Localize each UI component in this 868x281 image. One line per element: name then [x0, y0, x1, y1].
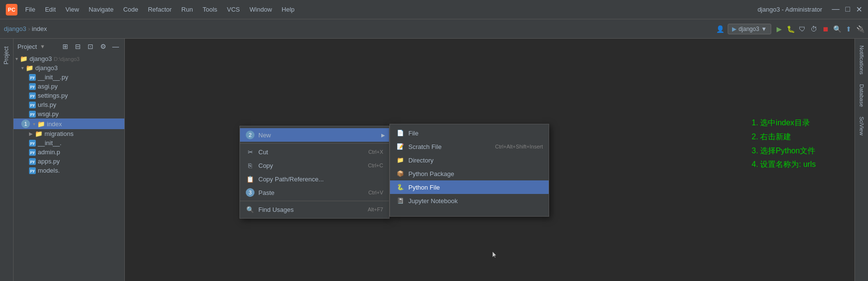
project-tree: ▾ 📁 django3 D:\django3 ▾ 📁 django3 py__i…	[14, 54, 124, 281]
ctx-find-usages-label: Find Usages	[258, 206, 358, 213]
sub-python-file-label: Python File	[408, 184, 543, 191]
tree-index-folder[interactable]: 1 ▾ 📁 index	[14, 118, 124, 129]
ctx-cut[interactable]: ✂ Cut Ctrl+X	[240, 145, 389, 159]
tree-root[interactable]: ▾ 📁 django3 D:\django3	[14, 54, 124, 63]
search-button[interactable]: 🔍	[833, 25, 841, 33]
tree-wsgi-py[interactable]: pywsgi.py	[14, 109, 124, 118]
tree-models-py[interactable]: pymodels.	[14, 166, 124, 175]
toolbar: django3 › index 👤 ▶ django3 ▼ ▶ 🐛 🛡 ⏱ ⏹ …	[0, 19, 868, 39]
ctx-find-usages[interactable]: 🔍 Find Usages Alt+F7	[240, 203, 389, 216]
plugin-button[interactable]: 🔌	[856, 25, 864, 33]
tree-settings-py[interactable]: pysettings.py	[14, 91, 124, 100]
editor-area[interactable]: 1. 选中index目录 2. 右击新建 3. 选择Python文件 4. 设置…	[125, 39, 854, 281]
update-button[interactable]: ⬆	[845, 25, 853, 33]
project-panel: Project ▼ ⊞ ⊟ ⊡ ⚙ — ▾ 📁 django3 D:\djang…	[14, 39, 125, 281]
settings-icon[interactable]: ⚙	[98, 42, 108, 51]
ctx-find-usages-shortcut: Alt+F7	[368, 207, 383, 212]
database-tab[interactable]: Database	[857, 81, 867, 110]
close-button[interactable]: ✕	[856, 5, 862, 14]
menu-run[interactable]: Run	[178, 4, 197, 15]
menu-help[interactable]: Help	[278, 4, 299, 15]
ctx-paste-shortcut: Ctrl+V	[368, 190, 383, 195]
ctx-sep-2	[240, 201, 389, 201]
ctx-copy-path[interactable]: 📋 Copy Path/Reference...	[240, 172, 389, 186]
window-title: django3 - Administrator	[758, 6, 823, 13]
sub-python-package[interactable]: 📦 Python Package	[390, 167, 549, 180]
minimize-button[interactable]: —	[832, 5, 839, 14]
sub-file[interactable]: 📄 File	[390, 126, 549, 140]
copy-icon: ⎘	[246, 161, 254, 170]
tree-init-py[interactable]: py__init__.py	[14, 73, 124, 82]
project-tab-label[interactable]: Project	[0, 43, 13, 68]
coverage-button[interactable]: 🛡	[798, 25, 806, 33]
instructions-text: 1. 选中index目录 2. 右击新建 3. 选择Python文件 4. 设置…	[752, 116, 816, 172]
badge-1: 1	[21, 119, 30, 128]
panel-dropdown-icon[interactable]: ▼	[40, 44, 45, 49]
collapse-all-icon[interactable]: ⊟	[73, 42, 83, 51]
user-icon[interactable]: 👤	[716, 25, 724, 33]
sub-directory[interactable]: 📁 Directory	[390, 153, 549, 167]
jupyter-notebook-icon: 📓	[396, 196, 404, 205]
sub-python-file[interactable]: 🐍 Python File	[390, 180, 549, 194]
menu-refactor[interactable]: Refactor	[144, 4, 176, 15]
tree-asgi-py[interactable]: pyasgi.py	[14, 82, 124, 91]
ctx-copy-shortcut: Ctrl+C	[368, 163, 383, 168]
ctx-paste[interactable]: 3 Paste Ctrl+V	[240, 186, 389, 199]
breadcrumb: django3 › index	[4, 25, 47, 32]
ctx-new[interactable]: 2 New	[240, 128, 389, 142]
directory-icon: 📁	[396, 156, 404, 164]
panel-header: Project ▼ ⊞ ⊟ ⊡ ⚙ —	[14, 39, 124, 54]
sub-python-package-label: Python Package	[408, 170, 543, 177]
sub-scratch-shortcut: Ctrl+Alt+Shift+Insert	[495, 144, 543, 149]
app-icon: PC	[6, 4, 17, 15]
run-button[interactable]: ▶	[775, 25, 783, 33]
ctx-copy[interactable]: ⎘ Copy Ctrl+C	[240, 159, 389, 172]
file-icon: 📄	[396, 129, 404, 137]
sub-directory-label: Directory	[408, 157, 543, 164]
notifications-tab[interactable]: Notifications	[857, 43, 867, 77]
ctx-number-2: 2	[246, 131, 254, 139]
debug-button[interactable]: 🐛	[787, 25, 794, 33]
ctx-copy-path-label: Copy Path/Reference...	[258, 176, 383, 183]
menu-navigate[interactable]: Navigate	[85, 4, 117, 15]
ctx-cut-shortcut: Ctrl+X	[368, 149, 383, 155]
main-layout: Project Project ▼ ⊞ ⊟ ⊡ ⚙ — ▾ 📁 django3 …	[0, 39, 868, 281]
stop-button[interactable]: ⏹	[822, 25, 829, 33]
context-menu-container: 2 New ✂ Cut Ctrl+X ⎘ Copy Ctrl+C 📋 Copy …	[239, 126, 549, 219]
find-usages-icon: 🔍	[246, 205, 254, 214]
title-bar: PC File Edit View Navigate Code Refactor…	[0, 0, 868, 19]
maximize-button[interactable]: □	[845, 5, 850, 14]
cut-icon: ✂	[246, 148, 254, 156]
tree-migrations-folder[interactable]: ▶ 📁 migrations	[14, 129, 124, 138]
scroll-to-icon[interactable]: ⊡	[86, 42, 95, 51]
expand-all-icon[interactable]: ⊞	[60, 42, 70, 51]
menu-bar: File Edit View Navigate Code Refactor Ru…	[21, 4, 758, 15]
sub-jupyter-notebook[interactable]: 📓 Jupyter Notebook	[390, 194, 549, 207]
menu-edit[interactable]: Edit	[41, 4, 60, 15]
project-tab[interactable]: Project	[0, 39, 14, 281]
tree-urls-py[interactable]: pyurls.py	[14, 100, 124, 109]
sub-scratch-label: Scratch File	[408, 143, 495, 150]
menu-vcs[interactable]: VCS	[223, 4, 244, 15]
menu-window[interactable]: Window	[246, 4, 276, 15]
sub-scratch-file[interactable]: 📝 Scratch File Ctrl+Alt+Shift+Insert	[390, 140, 549, 153]
sub-jupyter-label: Jupyter Notebook	[408, 197, 543, 205]
profile-button[interactable]: ⏱	[810, 25, 818, 33]
ctx-cut-label: Cut	[258, 148, 359, 156]
menu-file[interactable]: File	[21, 4, 39, 15]
menu-view[interactable]: View	[61, 4, 83, 15]
right-panel: Notifications Database SciView	[854, 39, 868, 281]
tree-index-init-py[interactable]: py__init__.	[14, 138, 124, 148]
tree-apps-py[interactable]: pyapps.py	[14, 157, 124, 166]
ctx-new-label: New	[258, 132, 383, 139]
minimize-panel-icon[interactable]: —	[111, 42, 120, 51]
tree-admin-py[interactable]: pyadmin.p	[14, 148, 124, 157]
menu-code[interactable]: Code	[120, 4, 142, 15]
run-config-button[interactable]: ▶ django3 ▼	[728, 24, 771, 34]
context-menu: 2 New ✂ Cut Ctrl+X ⎘ Copy Ctrl+C 📋 Copy …	[239, 126, 389, 219]
panel-title: Project	[17, 43, 37, 50]
menu-tools[interactable]: Tools	[199, 4, 221, 15]
sciview-tab[interactable]: SciView	[857, 114, 867, 138]
tree-django3-folder[interactable]: ▾ 📁 django3	[14, 63, 124, 73]
scratch-file-icon: 📝	[396, 142, 404, 151]
